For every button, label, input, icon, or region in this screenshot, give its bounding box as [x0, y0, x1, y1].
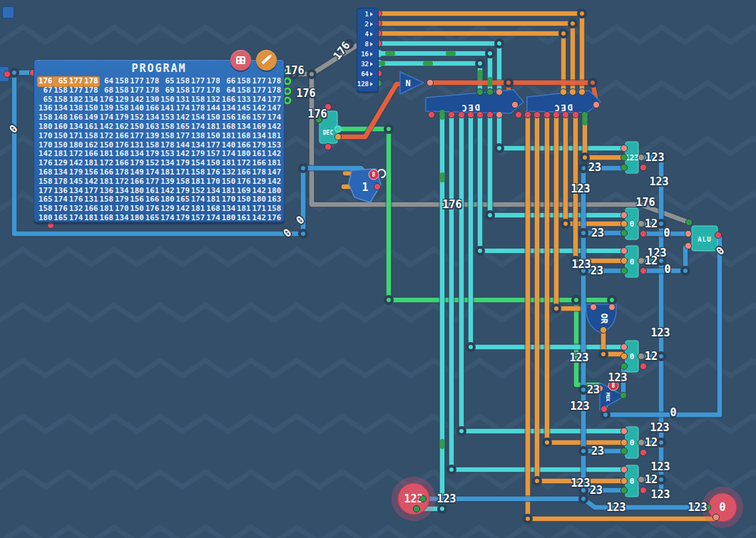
pin-orange[interactable]	[560, 88, 566, 95]
pin-red[interactable]	[47, 222, 53, 228]
pin-green[interactable]	[620, 487, 627, 493]
pin-red[interactable]	[428, 111, 434, 118]
pin-salmon[interactable]	[620, 466, 627, 472]
register-5-value: 0	[630, 438, 635, 448]
pin-gray[interactable]	[638, 257, 644, 264]
pin-gray[interactable]	[638, 154, 644, 160]
pin-orange[interactable]	[620, 477, 627, 484]
wire-teal[interactable]	[418, 113, 442, 509]
pin-red[interactable]	[715, 232, 721, 238]
pin-red[interactable]	[553, 111, 559, 118]
pin-orange[interactable]	[578, 88, 585, 95]
wire-value-label: 23	[587, 383, 600, 396]
pin-red[interactable]	[524, 111, 531, 118]
pin-salmon[interactable]	[620, 428, 627, 434]
pin-red[interactable]	[374, 183, 380, 190]
pin-salmon[interactable]	[712, 514, 719, 520]
pin-ring[interactable]	[285, 98, 290, 103]
pin-salmon[interactable]	[685, 230, 691, 237]
edit-program-button[interactable]	[256, 50, 277, 71]
pin-red[interactable]	[562, 111, 568, 118]
wire-value-label: 176	[442, 198, 461, 211]
signal-pulse	[440, 110, 445, 120]
pin-green[interactable]	[419, 495, 426, 502]
pin-red[interactable]	[486, 111, 493, 118]
circuit-canvas[interactable]: DECDECNDECORMUX1ALU12300000881230 PROGRA…	[0, 0, 756, 538]
pin-green[interactable]	[620, 363, 627, 369]
pin-salmon[interactable]	[590, 304, 596, 310]
pin-salmon[interactable]	[620, 247, 627, 254]
pin-red[interactable]	[640, 487, 646, 493]
program-cell: 174	[205, 214, 220, 223]
edge-connector-pin[interactable]	[4, 71, 11, 78]
pin-red[interactable]	[640, 230, 646, 237]
pin-green[interactable]	[486, 88, 493, 95]
or-gate-label: OR	[599, 314, 609, 324]
pin-green[interactable]	[620, 229, 627, 236]
pin-red[interactable]	[515, 111, 521, 118]
program-view-button[interactable]	[230, 50, 251, 71]
pin-ring[interactable]	[285, 78, 290, 84]
pin-green[interactable]	[620, 164, 627, 170]
pin-gray[interactable]	[638, 353, 644, 359]
pin-ring[interactable]	[285, 88, 290, 94]
pin-salmon[interactable]	[620, 343, 627, 350]
program-cell: 180	[129, 214, 144, 223]
signal-pulse	[488, 77, 493, 87]
program-row: 1701501801621501761311581781441341771401…	[38, 140, 284, 149]
pin-salmon[interactable]	[608, 304, 615, 310]
pin-orange[interactable]	[620, 353, 627, 359]
pin-gray[interactable]	[638, 220, 644, 227]
pin-green[interactable]	[620, 448, 627, 454]
pin-red[interactable]	[533, 111, 540, 118]
pin-gray[interactable]	[638, 439, 644, 445]
pin-green[interactable]	[413, 505, 419, 512]
pin-green[interactable]	[620, 154, 627, 160]
pin-red[interactable]	[640, 449, 646, 455]
pin-green[interactable]	[476, 88, 483, 95]
program-row: 1701501711581721661771391581771381501811…	[38, 130, 284, 140]
pin-red[interactable]	[640, 164, 646, 170]
pin-salmon[interactable]	[620, 145, 627, 151]
pin-salmon[interactable]	[593, 101, 599, 108]
pin-orange[interactable]	[600, 326, 606, 333]
pin-red[interactable]	[448, 111, 454, 118]
pin-green[interactable]	[620, 267, 627, 274]
pin-salmon[interactable]	[426, 79, 433, 86]
byte-splitter[interactable]: 1248163264128	[357, 8, 379, 92]
not-gate[interactable]	[400, 72, 424, 94]
wire-value-label: 12	[645, 436, 658, 449]
pin-salmon[interactable]	[620, 212, 627, 218]
pin-green[interactable]	[685, 219, 692, 225]
pin-red[interactable]	[325, 143, 331, 150]
program-cell: 142	[251, 214, 266, 223]
pin-red[interactable]	[640, 363, 646, 369]
bit-width-badge-label: 8	[372, 172, 376, 178]
pin-orange[interactable]	[620, 439, 627, 445]
pin-orange[interactable]	[620, 220, 627, 227]
wire-value-label: 123	[436, 492, 456, 505]
corner-node[interactable]	[2, 6, 14, 19]
pin-red[interactable]	[476, 111, 483, 118]
pin-red[interactable]	[467, 111, 474, 118]
wire-value-label: 0	[670, 406, 676, 419]
program-panel[interactable]: PROGRAM 176 65177178 64158177178 6515817…	[34, 59, 285, 222]
program-grid: 176 65177178 64158177178 65158177178 661…	[34, 75, 284, 222]
pin-salmon[interactable]	[496, 88, 502, 95]
pin-red[interactable]	[601, 405, 607, 412]
pin-gray[interactable]	[638, 476, 644, 482]
program-cell: 157	[190, 214, 205, 223]
pin-red[interactable]	[543, 111, 550, 118]
pin-orange[interactable]	[334, 133, 341, 140]
pin-salmon[interactable]	[685, 242, 691, 249]
splitter-pin-label-128: 128	[357, 81, 373, 88]
pin-orange[interactable]	[620, 257, 627, 264]
pin-red[interactable]	[640, 267, 646, 274]
pin-salmon[interactable]	[511, 101, 518, 108]
program-cell: 180	[221, 214, 236, 223]
pin-orange[interactable]	[569, 88, 576, 95]
pin-red[interactable]	[572, 111, 578, 118]
pin-salmon[interactable]	[496, 111, 502, 118]
pin-green[interactable]	[620, 392, 626, 398]
pin-red[interactable]	[458, 111, 464, 118]
